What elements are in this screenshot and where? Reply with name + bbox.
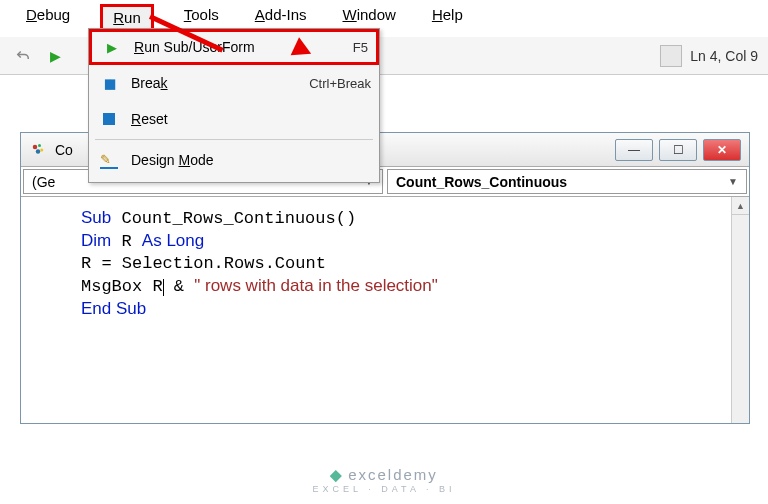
svg-point-3 — [40, 148, 43, 151]
undo-icon[interactable] — [10, 43, 36, 69]
run-dropdown: ▶ Run Sub/UserForm F5 ▮▮ Break Ctrl+Brea… — [88, 28, 380, 183]
watermark-logo-icon: ◆ — [330, 466, 344, 483]
menu-separator — [95, 139, 373, 140]
break-shortcut: Ctrl+Break — [309, 76, 371, 91]
minimize-button[interactable]: — — [615, 139, 653, 161]
menu-reset[interactable]: Reset — [89, 101, 379, 137]
svg-point-0 — [33, 144, 38, 149]
code-window-title: Co — [55, 142, 73, 158]
menu-run-sub[interactable]: ▶ Run Sub/UserForm F5 — [89, 29, 379, 65]
object-dropdown-value: (Ge — [32, 174, 55, 190]
menu-help[interactable]: Help — [426, 4, 469, 31]
run-sub-shortcut: F5 — [353, 40, 368, 55]
reset-label: Reset — [131, 111, 371, 127]
vertical-scrollbar[interactable]: ▲ — [731, 197, 749, 423]
menu-debug[interactable]: Debug — [20, 4, 76, 31]
menu-addins[interactable]: Add-Ins — [249, 4, 313, 31]
break-label: Break — [131, 75, 309, 91]
svg-point-2 — [36, 149, 41, 154]
stop-icon — [97, 113, 121, 125]
menu-break[interactable]: ▮▮ Break Ctrl+Break — [89, 65, 379, 101]
code-window-icon — [29, 141, 47, 159]
design-mode-label: Design Mode — [131, 152, 371, 168]
code-editor[interactable]: Sub Count_Rows_Continuous() Dim R As Lon… — [21, 197, 749, 419]
cursor-position: Ln 4, Col 9 — [690, 48, 758, 64]
menu-window[interactable]: Window — [337, 4, 402, 31]
scroll-up-icon[interactable]: ▲ — [732, 197, 749, 215]
toolbar-box-icon[interactable] — [660, 45, 682, 67]
maximize-button[interactable]: ☐ — [659, 139, 697, 161]
watermark: ◆exceldemy EXCEL · DATA · BI — [0, 466, 768, 494]
close-button[interactable]: ✕ — [703, 139, 741, 161]
run-sub-label: Run Sub/UserForm — [134, 39, 353, 55]
procedure-dropdown-value: Count_Rows_Continuous — [396, 174, 567, 190]
menu-run[interactable]: Run — [100, 4, 154, 31]
watermark-sub: EXCEL · DATA · BI — [0, 484, 768, 494]
chevron-down-icon: ▼ — [728, 176, 738, 187]
run-icon[interactable]: ▶ — [42, 43, 68, 69]
watermark-brand: exceldemy — [348, 466, 438, 483]
procedure-dropdown[interactable]: Count_Rows_Continuous ▼ — [387, 169, 747, 194]
design-mode-icon: ✎ — [97, 151, 121, 169]
menu-design-mode[interactable]: ✎ Design Mode — [89, 142, 379, 178]
pause-icon: ▮▮ — [97, 76, 121, 91]
svg-point-1 — [38, 144, 41, 147]
annotation-arrow — [150, 14, 230, 19]
play-icon: ▶ — [100, 40, 124, 55]
